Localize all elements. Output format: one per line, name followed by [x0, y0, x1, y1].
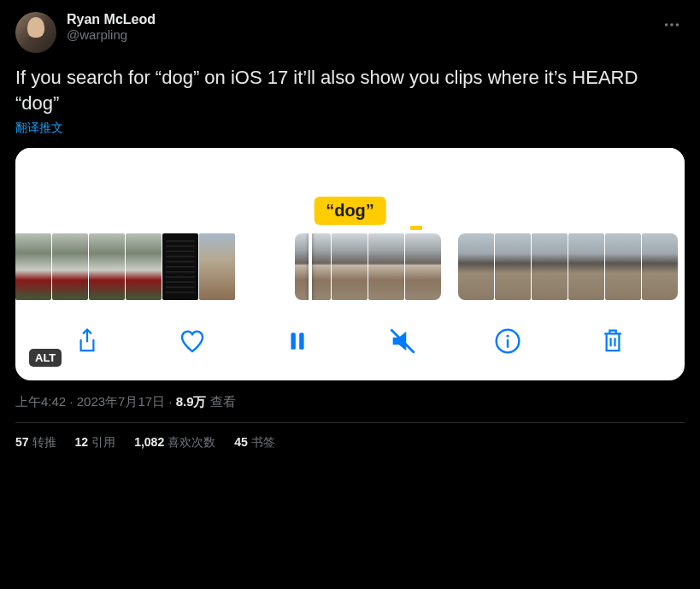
video-thumb [568, 233, 604, 300]
quotes-label: 引用 [91, 435, 115, 449]
retweets-label: 转推 [32, 435, 56, 449]
video-thumb [15, 233, 51, 300]
video-thumb [89, 233, 125, 300]
video-thumb [199, 233, 235, 300]
video-thumb [532, 233, 568, 300]
video-timeline[interactable] [15, 225, 685, 312]
tweet-text: If you search for “dog” on iOS 17 it’ll … [15, 65, 685, 115]
tweet-container: Ryan McLeod @warpling If you search for … [0, 0, 700, 462]
svg-point-1 [670, 23, 674, 27]
retweets-count: 57 [15, 435, 29, 449]
translate-link[interactable]: 翻译推文 [15, 121, 63, 136]
svg-point-2 [676, 23, 679, 27]
bookmarks-count: 45 [234, 435, 248, 449]
display-name[interactable]: Ryan McLeod [67, 12, 156, 27]
tweet-meta: 上午4:42 · 2023年7月17日 · 8.9万 查看 [15, 394, 685, 410]
video-thumb [162, 233, 198, 300]
engagement-stats: 57转推 12引用 1,082喜欢次数 45书签 [15, 435, 685, 451]
alt-badge[interactable]: ALT [29, 349, 62, 367]
more-icon [662, 15, 681, 34]
mute-button[interactable] [387, 326, 418, 356]
share-button[interactable] [72, 326, 103, 356]
retweets-stat[interactable]: 57转推 [15, 435, 56, 451]
media-attachment[interactable]: “dog” [15, 148, 685, 380]
quotes-count: 12 [75, 435, 89, 449]
svg-point-0 [665, 23, 668, 27]
video-thumb [495, 233, 531, 300]
mute-icon [388, 327, 417, 356]
info-button[interactable] [492, 326, 523, 356]
meta-sep: · [165, 394, 176, 409]
delete-button[interactable] [597, 326, 628, 356]
view-label: 查看 [207, 394, 236, 409]
pause-button[interactable] [282, 326, 313, 356]
meta-sep: · [66, 394, 77, 409]
share-icon [74, 327, 100, 355]
quotes-stat[interactable]: 12引用 [75, 435, 116, 451]
bookmarks-label: 书签 [251, 435, 275, 449]
bookmarks-stat[interactable]: 45书签 [234, 435, 275, 451]
avatar[interactable] [15, 12, 56, 53]
likes-stat[interactable]: 1,082喜欢次数 [134, 435, 215, 451]
ios-caption-area: “dog” [15, 148, 685, 225]
search-caption-tag: “dog” [314, 197, 386, 225]
clip-group-1 [15, 233, 235, 300]
more-options-button[interactable] [659, 12, 685, 41]
video-thumb [295, 233, 331, 300]
video-thumb [605, 233, 641, 300]
author-block: Ryan McLeod @warpling [67, 12, 156, 42]
video-thumb [458, 233, 494, 300]
user-handle[interactable]: @warpling [67, 27, 156, 42]
tweet-header: Ryan McLeod @warpling [15, 12, 685, 53]
info-icon [494, 327, 521, 355]
video-thumb [126, 233, 162, 300]
playhead-indicator[interactable] [309, 233, 312, 300]
likes-label: 喜欢次数 [168, 435, 215, 449]
svg-rect-4 [299, 333, 303, 350]
tweet-time[interactable]: 上午4:42 [15, 394, 66, 409]
clip-group-3 [458, 233, 678, 300]
video-thumb [52, 233, 88, 300]
svg-rect-3 [291, 333, 295, 350]
view-count: 8.9万 [176, 394, 207, 409]
clip-group-2 [295, 233, 441, 300]
svg-point-7 [507, 335, 509, 338]
tweet-date[interactable]: 2023年7月17日 [77, 394, 165, 409]
pause-icon [286, 328, 309, 354]
heart-icon [179, 327, 206, 355]
likes-count: 1,082 [134, 435, 164, 449]
video-thumb [332, 233, 368, 300]
video-thumb [405, 233, 441, 300]
like-button[interactable] [177, 326, 208, 356]
video-thumb [368, 233, 404, 300]
trash-icon [600, 327, 626, 355]
ios-toolbar [15, 312, 685, 363]
divider [15, 422, 685, 423]
video-thumb [642, 233, 678, 300]
caption-marker [410, 226, 422, 230]
